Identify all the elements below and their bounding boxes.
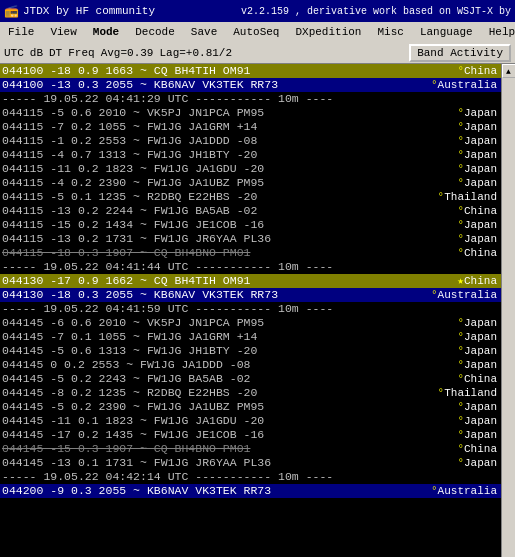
log-row[interactable]: 044145 -11 0.1 1823 ~ FW1JG JA1GDU -20°J… bbox=[0, 414, 501, 428]
log-row[interactable]: 044100 -13 0.3 2055 ~ KB6NAV VK3TEK RR73… bbox=[0, 78, 501, 92]
log-row-text: 044145 -8 0.2 1235 ~ R2DBQ E22HBS -20 bbox=[2, 386, 427, 400]
log-row-text: 044145 -15 0.3 1907 ~ CQ BH4BNO PM01 bbox=[2, 442, 427, 456]
degree-icon: ° bbox=[457, 401, 464, 413]
menu-language[interactable]: Language bbox=[416, 25, 477, 39]
country-label: °China bbox=[427, 442, 499, 456]
menu-save[interactable]: Save bbox=[187, 25, 221, 39]
menubar: File View Mode Decode Save AutoSeq DXped… bbox=[0, 22, 515, 42]
dt-label: DT bbox=[49, 47, 62, 59]
toolbar: UTC dB DT Freq Avg=0.39 Lag=+0.81/2 Band… bbox=[0, 42, 515, 64]
country-label: ★China bbox=[427, 274, 499, 288]
log-row[interactable]: 044115 -7 0.2 1055 ~ FW1JG JA1GRM +14°Ja… bbox=[0, 120, 501, 134]
log-row[interactable]: 044200 -9 0.3 2055 ~ KB6NAV VK3TEK RR73°… bbox=[0, 484, 501, 498]
log-row[interactable]: 044115 -18 0.3 1907 ~ CQ BH4BNO PM01°Chi… bbox=[0, 246, 501, 260]
log-row-text: 044100 -18 0.9 1663 ~ CQ BH4TIH OM91 bbox=[2, 64, 427, 78]
log-row[interactable]: 044145 -5 0.2 2390 ~ FW1JG JA1UBZ PM95°J… bbox=[0, 400, 501, 414]
scroll-up-arrow[interactable]: ▲ bbox=[502, 64, 516, 78]
log-row[interactable]: 044130 -18 0.3 2055 ~ KB6NAV VK3TEK RR73… bbox=[0, 288, 501, 302]
log-row[interactable]: 044145 -8 0.2 1235 ~ R2DBQ E22HBS -20°Th… bbox=[0, 386, 501, 400]
scrollbar-panel: ▲ bbox=[501, 64, 515, 557]
country-label: °Japan bbox=[427, 456, 499, 470]
country-label: °China bbox=[427, 204, 499, 218]
log-row[interactable]: ----- 19.05.22 04:41:59 UTC ----------- … bbox=[0, 302, 501, 316]
degree-icon: ° bbox=[431, 485, 438, 497]
degree-icon: ° bbox=[457, 429, 464, 441]
log-row[interactable]: 044115 -15 0.2 1434 ~ FW1JG JE1COB -16°J… bbox=[0, 218, 501, 232]
log-row[interactable]: 044115 -13 0.2 1731 ~ FW1JG JR6YAA PL36°… bbox=[0, 232, 501, 246]
menu-mode[interactable]: Mode bbox=[89, 25, 123, 39]
log-row-text: 044115 -11 0.2 1823 ~ FW1JG JA1GDU -20 bbox=[2, 162, 427, 176]
menu-view[interactable]: View bbox=[46, 25, 80, 39]
degree-icon: ° bbox=[457, 163, 464, 175]
log-row[interactable]: ----- 19.05.22 04:41:44 UTC ----------- … bbox=[0, 260, 501, 274]
country-label: °Japan bbox=[427, 428, 499, 442]
country-label: °Australia bbox=[427, 78, 499, 92]
log-row-text: 044115 -1 0.2 2553 ~ FW1JG JA1DDD -08 bbox=[2, 134, 427, 148]
log-row[interactable]: 044145 -15 0.3 1907 ~ CQ BH4BNO PM01°Chi… bbox=[0, 442, 501, 456]
band-activity-button[interactable]: Band Activity bbox=[409, 44, 511, 62]
log-row-text: 044145 -5 0.2 2243 ~ FW1JG BA5AB -02 bbox=[2, 372, 427, 386]
lag-label: Lag=+0.81/2 bbox=[159, 47, 232, 59]
log-row-text: 044115 -13 0.2 2244 ~ FW1JG BA5AB -02 bbox=[2, 204, 427, 218]
log-row[interactable]: 044130 -17 0.9 1662 ~ CQ BH4TIH OM91★Chi… bbox=[0, 274, 501, 288]
country-label: °Japan bbox=[427, 176, 499, 190]
degree-icon: ° bbox=[457, 345, 464, 357]
degree-icon: ° bbox=[457, 205, 464, 217]
degree-icon: ° bbox=[457, 233, 464, 245]
log-row-text: 044100 -13 0.3 2055 ~ KB6NAV VK3TEK RR73 bbox=[2, 78, 427, 92]
degree-icon: ° bbox=[457, 177, 464, 189]
menu-dxpedition[interactable]: DXpedition bbox=[291, 25, 365, 39]
degree-icon: ° bbox=[457, 317, 464, 329]
log-row[interactable]: 044145 0 0.2 2553 ~ FW1JG JA1DDD -08°Jap… bbox=[0, 358, 501, 372]
log-row[interactable]: 044145 -5 0.2 2243 ~ FW1JG BA5AB -02°Chi… bbox=[0, 372, 501, 386]
app-version: v2.2.159 , derivative work based on WSJT… bbox=[241, 6, 511, 17]
log-row[interactable]: 044115 -5 0.1 1235 ~ R2DBQ E22HBS -20°Th… bbox=[0, 190, 501, 204]
log-row[interactable]: 044145 -5 0.6 1313 ~ FW1JG JH1BTY -20°Ja… bbox=[0, 344, 501, 358]
log-row[interactable]: 044145 -6 0.6 2010 ~ VK5PJ JN1PCA PM95°J… bbox=[0, 316, 501, 330]
log-panel[interactable]: 044100 -18 0.9 1663 ~ CQ BH4TIH OM91°Chi… bbox=[0, 64, 501, 557]
menu-autoseq[interactable]: AutoSeq bbox=[229, 25, 283, 39]
log-row[interactable]: ----- 19.05.22 04:41:29 UTC ----------- … bbox=[0, 92, 501, 106]
log-row-text: 044115 -4 0.2 2390 ~ FW1JG JA1UBZ PM95 bbox=[2, 176, 427, 190]
log-row[interactable]: 044115 -1 0.2 2553 ~ FW1JG JA1DDD -08°Ja… bbox=[0, 134, 501, 148]
log-row[interactable]: ----- 19.05.22 04:42:14 UTC ----------- … bbox=[0, 470, 501, 484]
country-label: °Australia bbox=[427, 484, 499, 498]
menu-misc[interactable]: Misc bbox=[373, 25, 407, 39]
log-row-text: 044145 -17 0.2 1435 ~ FW1JG JE1COB -16 bbox=[2, 428, 427, 442]
country-label: °Thailand bbox=[427, 190, 499, 204]
degree-icon: ° bbox=[457, 135, 464, 147]
country-label: °Japan bbox=[427, 134, 499, 148]
log-row-text: 044115 -4 0.7 1313 ~ FW1JG JH1BTY -20 bbox=[2, 148, 427, 162]
main-area: 044100 -18 0.9 1663 ~ CQ BH4TIH OM91°Chi… bbox=[0, 64, 515, 557]
degree-icon: ° bbox=[457, 247, 464, 259]
log-row[interactable]: 044115 -11 0.2 1823 ~ FW1JG JA1GDU -20°J… bbox=[0, 162, 501, 176]
log-row[interactable]: 044115 -13 0.2 2244 ~ FW1JG BA5AB -02°Ch… bbox=[0, 204, 501, 218]
titlebar-left: 📻 JTDX by HF community bbox=[4, 4, 155, 19]
db-label: dB bbox=[30, 47, 43, 59]
log-row[interactable]: 044145 -7 0.1 1055 ~ FW1JG JA1GRM +14°Ja… bbox=[0, 330, 501, 344]
degree-icon: ° bbox=[457, 373, 464, 385]
menu-file[interactable]: File bbox=[4, 25, 38, 39]
titlebar: 📻 JTDX by HF community v2.2.159 , deriva… bbox=[0, 0, 515, 22]
menu-decode[interactable]: Decode bbox=[131, 25, 179, 39]
log-row[interactable]: 044115 -4 0.7 1313 ~ FW1JG JH1BTY -20°Ja… bbox=[0, 148, 501, 162]
country-label: °Japan bbox=[427, 120, 499, 134]
degree-icon: ° bbox=[457, 443, 464, 455]
degree-icon: ° bbox=[457, 415, 464, 427]
log-row[interactable]: 044145 -13 0.1 1731 ~ FW1JG JR6YAA PL36°… bbox=[0, 456, 501, 470]
avg-label: Avg=0.39 bbox=[101, 47, 154, 59]
log-row-text: 044145 -5 0.6 1313 ~ FW1JG JH1BTY -20 bbox=[2, 344, 427, 358]
degree-icon: ° bbox=[457, 121, 464, 133]
country-label: °Japan bbox=[427, 148, 499, 162]
country-label: °Japan bbox=[427, 344, 499, 358]
menu-help[interactable]: Help bbox=[485, 25, 515, 39]
log-row-text: 044115 -5 0.6 2010 ~ VK5PJ JN1PCA PM95 bbox=[2, 106, 427, 120]
app: 📻 JTDX by HF community v2.2.159 , deriva… bbox=[0, 0, 515, 557]
log-row[interactable]: 044115 -4 0.2 2390 ~ FW1JG JA1UBZ PM95°J… bbox=[0, 176, 501, 190]
log-row[interactable]: 044145 -17 0.2 1435 ~ FW1JG JE1COB -16°J… bbox=[0, 428, 501, 442]
country-label: °Japan bbox=[427, 316, 499, 330]
log-row[interactable]: 044115 -5 0.6 2010 ~ VK5PJ JN1PCA PM95°J… bbox=[0, 106, 501, 120]
log-row[interactable]: 044100 -18 0.9 1663 ~ CQ BH4TIH OM91°Chi… bbox=[0, 64, 501, 78]
log-row-text: 044130 -17 0.9 1662 ~ CQ BH4TIH OM91 bbox=[2, 274, 427, 288]
degree-icon: ° bbox=[457, 65, 464, 77]
